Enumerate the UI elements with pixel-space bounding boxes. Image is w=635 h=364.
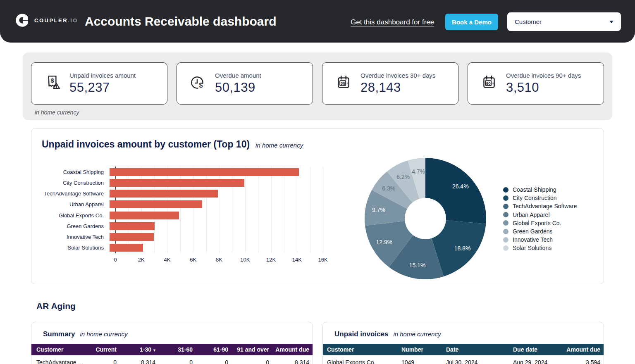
column-header[interactable]: Customer (323, 346, 401, 353)
bar-row: City Construction (42, 177, 317, 188)
legend-label: Urban Apparel (513, 212, 550, 218)
kpi-label: Overdue invoices 90+ days (506, 72, 581, 79)
legend-label: City Construction (513, 195, 557, 201)
chart-currency-caption: in home currency (255, 142, 303, 149)
column-header[interactable]: 61-90 (193, 346, 228, 353)
coupler-logo-icon (15, 13, 30, 28)
calendar-30-icon: 30 (334, 74, 353, 93)
bar-row: Green Gardens (42, 221, 317, 231)
kpi-value: 28,143 (360, 80, 435, 95)
kpi-value: 3,510 (506, 80, 581, 95)
legend-label: Innovative Tech (513, 236, 553, 243)
bar-chart-x-axis: 02K4K6K8K10K12K14K16K (115, 257, 323, 263)
bar-category-label: Solar Solutions (42, 245, 104, 251)
bar-chart-gridline (323, 167, 323, 253)
kpi-card-overdue-30: 30 Overdue invoices 30+ days 28,143 (322, 62, 458, 105)
x-axis-tick-label: 10K (240, 257, 250, 263)
bar-row: Urban Apparel (42, 199, 317, 210)
column-header[interactable]: 31-60 (155, 346, 193, 353)
legend-color-dot (503, 220, 508, 226)
x-axis-tick-label: 2K (138, 257, 145, 263)
x-axis-tick-label: 14K (292, 257, 302, 263)
table-cell: 1049 (401, 359, 446, 364)
bar (110, 190, 218, 197)
table-cell: 0 (228, 359, 269, 364)
x-axis-tick-label: 0 (114, 257, 117, 263)
column-header[interactable]: Number (401, 346, 446, 353)
customer-filter-value: Customer (515, 18, 542, 25)
legend-label: Green Gardens (513, 228, 553, 235)
coupler-logo[interactable]: COUPLER.IO (15, 13, 78, 28)
bar-row: Global Exports Co. (42, 210, 317, 221)
clock-dollar-icon: $ (189, 74, 208, 93)
column-header[interactable]: Current (90, 346, 117, 353)
bar-category-label: Green Gardens (42, 223, 104, 229)
page-title: Accounts Receivable dashboard (85, 14, 276, 29)
unpaid-by-customer-card: Unpaid invoices amount by customer (Top … (31, 128, 604, 284)
svg-text:90: 90 (486, 81, 491, 86)
app-header: COUPLER.IO Accounts Receivable dashboard… (0, 0, 635, 43)
legend-item: Innovative Tech (503, 236, 577, 244)
kpi-value: 55,237 (69, 80, 136, 95)
ar-aging-heading: AR Aging (36, 301, 76, 311)
bar (110, 212, 179, 219)
unpaid-table-header: CustomerNumberDateDue dateAmount due (323, 344, 604, 355)
column-header[interactable]: Customer (31, 346, 90, 353)
legend-item: Urban Apparel (503, 211, 577, 219)
bar-category-label: Innovative Tech (42, 234, 104, 240)
kpi-label: Overdue invoices 30+ days (360, 72, 435, 79)
legend-color-dot (503, 195, 508, 201)
customer-filter-dropdown[interactable]: Customer (507, 12, 621, 31)
bar (110, 233, 154, 241)
svg-text:$: $ (50, 77, 54, 84)
table-cell: Aug 29, 2024 (513, 359, 563, 364)
legend-color-dot (503, 212, 508, 217)
table-cell: 0 (155, 359, 193, 364)
donut-slice (425, 158, 486, 224)
donut-percent-label: 18.8% (454, 245, 471, 252)
legend-item: TechAdvantage Software (503, 202, 577, 210)
table-row: Global Exports Co.1049Jul 30, 2024Aug 29… (323, 355, 604, 364)
legend-color-dot (503, 229, 508, 234)
get-dashboard-link[interactable]: Get this dashboard for free (351, 18, 434, 26)
table-cell: Global Exports Co. (323, 359, 401, 364)
table-cell: 8,314 (269, 359, 309, 364)
book-demo-button[interactable]: Book a Demo (445, 14, 498, 30)
kpi-label: Overdue amount (215, 72, 261, 79)
bar-category-label: Urban Apparel (42, 201, 104, 207)
bar (110, 168, 299, 176)
unpaid-donut-chart: 26.4%18.8%15.1%12.9%9.7%6.3%6.2%4.7% (363, 157, 487, 281)
unpaid-bar-chart: Coastal ShippingCity ConstructionTechAdv… (42, 167, 331, 266)
kpi-value: 50,139 (215, 80, 261, 95)
kpi-card-overdue-90: 90 Overdue invoices 90+ days 3,510 (468, 62, 604, 105)
x-axis-tick-label: 8K (216, 257, 222, 263)
bar-category-label: Global Exports Co. (42, 212, 104, 219)
column-header[interactable]: Due date (513, 346, 563, 353)
svg-text:30: 30 (341, 81, 346, 86)
column-header[interactable]: 91 and over (228, 346, 269, 353)
chart-title: Unpaid invoices amount by customer (Top … (42, 139, 250, 150)
bar-row: Coastal Shipping (42, 167, 317, 177)
unpaid-invoices-card: Unpaid invoices in home currency Custome… (322, 322, 604, 364)
column-header[interactable]: 1-30▾ (117, 346, 155, 353)
chevron-down-icon (609, 21, 614, 23)
legend-label: Solar Solutions (513, 245, 551, 251)
brand-text: COUPLER.IO (34, 17, 78, 24)
legend-item: Solar Solutions (503, 244, 577, 252)
invoice-alert-icon: $ (43, 74, 62, 93)
table-cell: 3,594 (563, 359, 600, 364)
table-cell: 0 (90, 359, 117, 364)
summary-table-header: CustomerCurrent1-30▾31-6061-9091 and ove… (31, 344, 313, 355)
column-header[interactable]: Date (446, 346, 513, 353)
x-axis-tick-label: 4K (164, 257, 171, 263)
column-header[interactable]: Amount due (563, 346, 600, 353)
unpaid-table-title: Unpaid invoices (334, 330, 388, 338)
kpi-label: Unpaid invoices amount (69, 72, 136, 79)
column-header[interactable]: Amount due (269, 346, 309, 353)
legend-item: City Construction (503, 194, 577, 202)
table-cell: TechAdvantage … (31, 359, 90, 364)
legend-color-dot (503, 237, 508, 243)
unpaid-currency-caption: in home currency (393, 331, 441, 338)
kpi-strip: $ Unpaid invoices amount 55,237 $ Overdu… (23, 52, 612, 120)
kpi-currency-caption: in home currency (35, 109, 79, 116)
